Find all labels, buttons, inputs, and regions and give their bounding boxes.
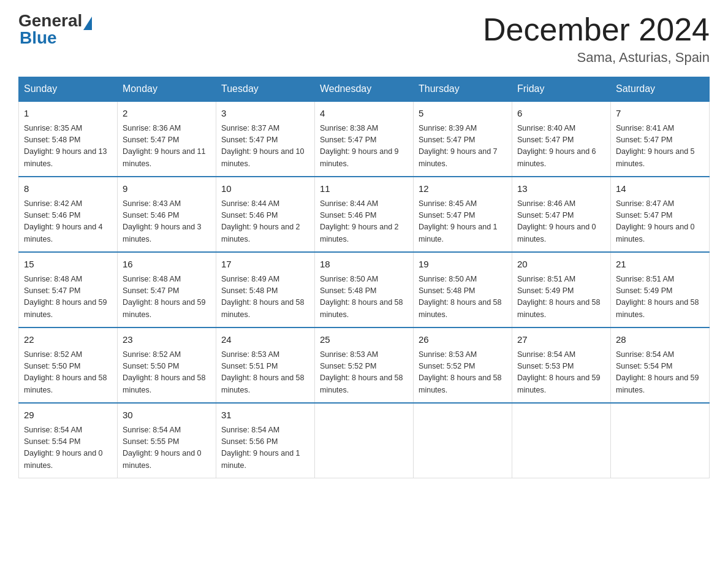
calendar-week-row: 8 Sunrise: 8:42 AMSunset: 5:46 PMDayligh…	[19, 177, 710, 252]
day-info: Sunrise: 8:49 AMSunset: 5:48 PMDaylight:…	[221, 275, 305, 319]
calendar-table: SundayMondayTuesdayWednesdayThursdayFrid…	[18, 77, 710, 478]
day-number: 3	[221, 107, 309, 121]
day-number: 25	[320, 333, 408, 347]
day-number: 6	[517, 107, 605, 121]
calendar-day-cell: 12 Sunrise: 8:45 AMSunset: 5:47 PMDaylig…	[414, 177, 512, 252]
page-header: General Blue December 2024 Sama, Asturia…	[18, 12, 710, 66]
day-number: 7	[616, 107, 704, 121]
calendar-day-cell: 11 Sunrise: 8:44 AMSunset: 5:46 PMDaylig…	[315, 177, 414, 252]
logo-triangle-icon	[83, 17, 92, 30]
calendar-day-cell: 26 Sunrise: 8:53 AMSunset: 5:52 PMDaylig…	[414, 327, 512, 403]
day-info: Sunrise: 8:54 AMSunset: 5:54 PMDaylight:…	[24, 426, 103, 470]
day-number: 1	[24, 107, 112, 121]
day-info: Sunrise: 8:51 AMSunset: 5:49 PMDaylight:…	[616, 275, 699, 319]
calendar-empty-cell	[611, 403, 710, 478]
calendar-day-cell: 15 Sunrise: 8:48 AMSunset: 5:47 PMDaylig…	[19, 252, 118, 327]
day-number: 14	[616, 182, 704, 196]
calendar-day-cell: 24 Sunrise: 8:53 AMSunset: 5:51 PMDaylig…	[216, 327, 315, 403]
calendar-subtitle: Sama, Asturias, Spain	[483, 50, 710, 66]
calendar-week-row: 29 Sunrise: 8:54 AMSunset: 5:54 PMDaylig…	[19, 403, 710, 478]
day-info: Sunrise: 8:47 AMSunset: 5:47 PMDaylight:…	[616, 199, 695, 243]
calendar-day-cell: 29 Sunrise: 8:54 AMSunset: 5:54 PMDaylig…	[19, 403, 118, 478]
day-number: 4	[320, 107, 408, 121]
day-number: 19	[419, 258, 507, 272]
calendar-day-cell: 6 Sunrise: 8:40 AMSunset: 5:47 PMDayligh…	[512, 101, 611, 177]
weekday-header-monday: Monday	[118, 77, 216, 102]
calendar-day-cell: 14 Sunrise: 8:47 AMSunset: 5:47 PMDaylig…	[611, 177, 710, 252]
day-info: Sunrise: 8:43 AMSunset: 5:46 PMDaylight:…	[123, 199, 202, 243]
calendar-day-cell: 22 Sunrise: 8:52 AMSunset: 5:50 PMDaylig…	[19, 327, 118, 403]
day-number: 10	[221, 182, 309, 196]
calendar-title: December 2024	[483, 12, 710, 47]
calendar-day-cell: 13 Sunrise: 8:46 AMSunset: 5:47 PMDaylig…	[512, 177, 611, 252]
day-info: Sunrise: 8:54 AMSunset: 5:53 PMDaylight:…	[517, 350, 601, 394]
calendar-day-cell: 4 Sunrise: 8:38 AMSunset: 5:47 PMDayligh…	[315, 101, 414, 177]
calendar-day-cell: 25 Sunrise: 8:53 AMSunset: 5:52 PMDaylig…	[315, 327, 414, 403]
calendar-empty-cell	[414, 403, 512, 478]
calendar-day-cell: 23 Sunrise: 8:52 AMSunset: 5:50 PMDaylig…	[118, 327, 216, 403]
day-info: Sunrise: 8:52 AMSunset: 5:50 PMDaylight:…	[24, 350, 107, 394]
day-info: Sunrise: 8:48 AMSunset: 5:47 PMDaylight:…	[24, 275, 107, 319]
day-info: Sunrise: 8:39 AMSunset: 5:47 PMDaylight:…	[419, 124, 498, 168]
calendar-day-cell: 31 Sunrise: 8:54 AMSunset: 5:56 PMDaylig…	[216, 403, 315, 478]
day-info: Sunrise: 8:53 AMSunset: 5:52 PMDaylight:…	[320, 350, 403, 394]
weekday-header-row: SundayMondayTuesdayWednesdayThursdayFrid…	[19, 77, 710, 102]
day-info: Sunrise: 8:44 AMSunset: 5:46 PMDaylight:…	[221, 199, 300, 243]
calendar-empty-cell	[512, 403, 611, 478]
calendar-day-cell: 10 Sunrise: 8:44 AMSunset: 5:46 PMDaylig…	[216, 177, 315, 252]
calendar-day-cell: 1 Sunrise: 8:35 AMSunset: 5:48 PMDayligh…	[19, 101, 118, 177]
day-number: 8	[24, 182, 112, 196]
day-info: Sunrise: 8:52 AMSunset: 5:50 PMDaylight:…	[123, 350, 206, 394]
calendar-day-cell: 28 Sunrise: 8:54 AMSunset: 5:54 PMDaylig…	[611, 327, 710, 403]
calendar-day-cell: 16 Sunrise: 8:48 AMSunset: 5:47 PMDaylig…	[118, 252, 216, 327]
day-info: Sunrise: 8:41 AMSunset: 5:47 PMDaylight:…	[616, 124, 695, 168]
calendar-day-cell: 18 Sunrise: 8:50 AMSunset: 5:48 PMDaylig…	[315, 252, 414, 327]
logo-general: General	[18, 12, 82, 29]
day-number: 21	[616, 258, 704, 272]
day-number: 31	[221, 408, 309, 423]
day-number: 17	[221, 258, 309, 272]
day-info: Sunrise: 8:37 AMSunset: 5:47 PMDaylight:…	[221, 124, 305, 168]
weekday-header-thursday: Thursday	[414, 77, 512, 102]
day-number: 30	[123, 408, 211, 423]
day-number: 29	[24, 408, 112, 423]
day-number: 12	[419, 182, 507, 196]
title-block: December 2024 Sama, Asturias, Spain	[483, 12, 710, 66]
day-number: 5	[419, 107, 507, 121]
day-info: Sunrise: 8:48 AMSunset: 5:47 PMDaylight:…	[123, 275, 206, 319]
calendar-day-cell: 17 Sunrise: 8:49 AMSunset: 5:48 PMDaylig…	[216, 252, 315, 327]
day-info: Sunrise: 8:54 AMSunset: 5:55 PMDaylight:…	[123, 426, 202, 470]
weekday-header-saturday: Saturday	[611, 77, 710, 102]
day-info: Sunrise: 8:54 AMSunset: 5:56 PMDaylight:…	[221, 426, 300, 470]
calendar-day-cell: 20 Sunrise: 8:51 AMSunset: 5:49 PMDaylig…	[512, 252, 611, 327]
weekday-header-wednesday: Wednesday	[315, 77, 414, 102]
calendar-day-cell: 9 Sunrise: 8:43 AMSunset: 5:46 PMDayligh…	[118, 177, 216, 252]
day-number: 27	[517, 333, 605, 347]
day-number: 20	[517, 258, 605, 272]
calendar-day-cell: 5 Sunrise: 8:39 AMSunset: 5:47 PMDayligh…	[414, 101, 512, 177]
day-info: Sunrise: 8:40 AMSunset: 5:47 PMDaylight:…	[517, 124, 596, 168]
day-info: Sunrise: 8:51 AMSunset: 5:49 PMDaylight:…	[517, 275, 601, 319]
calendar-day-cell: 27 Sunrise: 8:54 AMSunset: 5:53 PMDaylig…	[512, 327, 611, 403]
day-number: 9	[123, 182, 211, 196]
day-number: 2	[123, 107, 211, 121]
day-info: Sunrise: 8:44 AMSunset: 5:46 PMDaylight:…	[320, 199, 399, 243]
day-number: 26	[419, 333, 507, 347]
calendar-empty-cell	[315, 403, 414, 478]
day-info: Sunrise: 8:50 AMSunset: 5:48 PMDaylight:…	[419, 275, 502, 319]
day-number: 16	[123, 258, 211, 272]
day-number: 28	[616, 333, 704, 347]
calendar-week-row: 1 Sunrise: 8:35 AMSunset: 5:48 PMDayligh…	[19, 101, 710, 177]
calendar-day-cell: 21 Sunrise: 8:51 AMSunset: 5:49 PMDaylig…	[611, 252, 710, 327]
logo: General Blue	[18, 12, 92, 47]
day-number: 13	[517, 182, 605, 196]
day-info: Sunrise: 8:53 AMSunset: 5:51 PMDaylight:…	[221, 350, 305, 394]
calendar-day-cell: 19 Sunrise: 8:50 AMSunset: 5:48 PMDaylig…	[414, 252, 512, 327]
weekday-header-tuesday: Tuesday	[216, 77, 315, 102]
day-number: 23	[123, 333, 211, 347]
calendar-day-cell: 3 Sunrise: 8:37 AMSunset: 5:47 PMDayligh…	[216, 101, 315, 177]
day-info: Sunrise: 8:53 AMSunset: 5:52 PMDaylight:…	[419, 350, 502, 394]
day-info: Sunrise: 8:36 AMSunset: 5:47 PMDaylight:…	[123, 124, 206, 168]
day-info: Sunrise: 8:45 AMSunset: 5:47 PMDaylight:…	[419, 199, 498, 243]
calendar-week-row: 15 Sunrise: 8:48 AMSunset: 5:47 PMDaylig…	[19, 252, 710, 327]
